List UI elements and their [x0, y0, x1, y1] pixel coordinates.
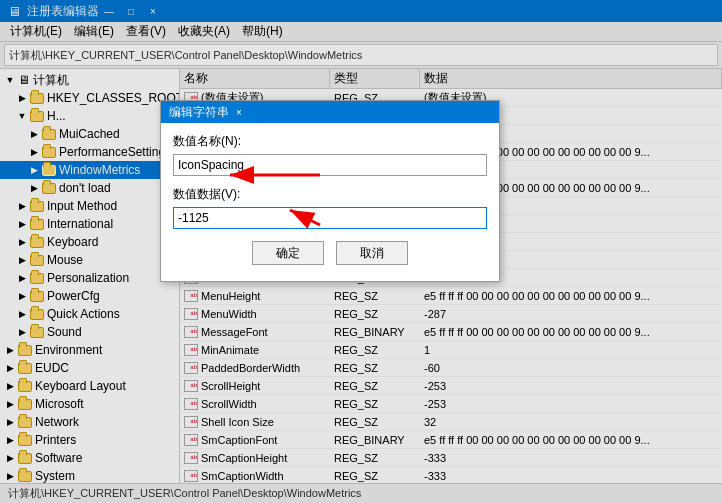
dialog-titlebar: 编辑字符串 ×: [161, 101, 499, 123]
dialog-name-label: 数值名称(N):: [173, 133, 487, 150]
dialog-data-input[interactable]: [173, 207, 487, 229]
dialog-title-text: 编辑字符串: [169, 104, 229, 121]
dialog-overlay: 编辑字符串 × 数值名称(N): 数值数据(V): 确定 取消: [0, 0, 722, 503]
dialog-buttons: 确定 取消: [173, 241, 487, 273]
dialog-close-button[interactable]: ×: [229, 104, 249, 120]
dialog-ok-button[interactable]: 确定: [252, 241, 324, 265]
dialog-data-label: 数值数据(V):: [173, 186, 487, 203]
dialog-name-input[interactable]: [173, 154, 487, 176]
dialog-cancel-button[interactable]: 取消: [336, 241, 408, 265]
dialog-body: 数值名称(N): 数值数据(V): 确定 取消: [161, 123, 499, 281]
registry-editor-window: 🖥 注册表编辑器 — □ × 计算机(E) 编辑(E) 查看(V) 收藏夹(A)…: [0, 0, 722, 503]
edit-string-dialog: 编辑字符串 × 数值名称(N): 数值数据(V): 确定 取消: [160, 100, 500, 282]
